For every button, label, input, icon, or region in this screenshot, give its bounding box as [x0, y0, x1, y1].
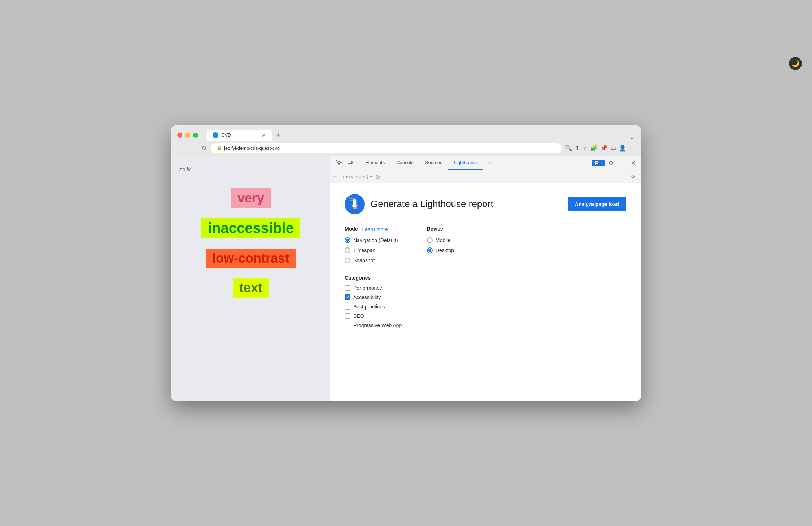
radio-snapshot-circle[interactable]: [345, 258, 350, 263]
checkbox-performance[interactable]: Performance: [345, 285, 626, 291]
mode-device-section: Mode Learn more Navigation (Default) Tim…: [345, 226, 626, 263]
checkbox-seo[interactable]: SEO: [345, 313, 626, 319]
menu-icon[interactable]: ⋮: [629, 145, 635, 152]
sidebar-icon[interactable]: ▭: [611, 145, 616, 152]
share-icon[interactable]: ⬆: [575, 145, 580, 152]
webpage-panel: jec.fyi very inaccessible low-contrast t…: [171, 156, 330, 401]
word-very: very: [231, 188, 271, 208]
tab-console[interactable]: Console: [390, 155, 419, 170]
tab-title: CVD: [221, 132, 231, 138]
lighthouse-header: Generate a Lighthouse report Analyze pag…: [345, 194, 626, 214]
browser-window: 🌐 CVD ✕ + ⌄ ← → ↻ 🔒 jec.fyi/demo/cds-que…: [171, 125, 641, 401]
checkbox-best-practices-label: Best practices: [353, 304, 385, 310]
checkbox-performance-box[interactable]: [345, 285, 350, 291]
tab-bar: 🌐 CVD ✕ + ⌄: [207, 130, 635, 141]
mode-label: Mode: [345, 226, 358, 232]
toolbar-settings-button[interactable]: ⚙: [628, 172, 638, 181]
learn-more-link[interactable]: Learn more: [362, 227, 388, 232]
radio-mobile-label: Mobile: [436, 237, 450, 243]
toolbar2-right: ⚙: [628, 172, 638, 181]
extensions-icon[interactable]: 🧩: [590, 145, 598, 152]
devtools-panel: Elements Console Sources Lighthouse » 💬 …: [330, 156, 641, 401]
address-bar-input[interactable]: 🔒 jec.fyi/demo/cds-quest-cvd: [211, 143, 562, 153]
pin-icon[interactable]: 📌: [601, 145, 608, 152]
checkbox-seo-label: SEO: [353, 313, 364, 319]
word-low-contrast: low-contrast: [206, 249, 296, 268]
back-button[interactable]: ←: [177, 144, 186, 152]
radio-mobile-circle[interactable]: [427, 237, 433, 243]
checkbox-pwa[interactable]: Progressive Web App: [345, 323, 626, 328]
checkmark-icon: ✓: [346, 295, 349, 299]
tab-more[interactable]: »: [483, 155, 497, 170]
tab-dropdown-button[interactable]: ⌄: [629, 133, 635, 141]
active-tab[interactable]: 🌐 CVD ✕: [207, 130, 272, 141]
device-toggle-button[interactable]: [345, 158, 356, 167]
radio-snapshot[interactable]: Snapshot: [345, 258, 398, 263]
radio-navigation-dot: [346, 239, 349, 242]
minimize-traffic-light[interactable]: [185, 133, 190, 138]
close-traffic-light[interactable]: [177, 133, 182, 138]
checkbox-pwa-box[interactable]: [345, 323, 350, 328]
devtools-right-actions: 💬 4 ⚙ ⋮ ✕: [592, 158, 638, 168]
word-very-block: very: [231, 188, 271, 208]
issues-icon: 💬: [594, 161, 599, 165]
issues-count: 4: [601, 161, 603, 165]
mode-title-row: Mode Learn more: [345, 226, 398, 233]
tab-lighthouse[interactable]: Lighthouse: [448, 155, 483, 170]
new-tab-button[interactable]: +: [273, 130, 283, 141]
dropdown-arrow-icon: ▾: [370, 174, 372, 179]
radio-timespan-label: Timespan: [353, 247, 375, 253]
word-text-block: text: [233, 278, 269, 298]
checkbox-best-practices[interactable]: Best practices: [345, 304, 626, 310]
settings-button[interactable]: ⚙: [606, 158, 616, 168]
lighthouse-title-area: Generate a Lighthouse report: [345, 194, 493, 214]
lighthouse-content: Generate a Lighthouse report Analyze pag…: [330, 183, 641, 401]
radio-navigation[interactable]: Navigation (Default): [345, 237, 398, 243]
checkbox-accessibility-box[interactable]: ✓: [345, 294, 350, 300]
inspect-element-button[interactable]: [333, 158, 345, 167]
url-display: jec.fyi/demo/cds-quest-cvd: [224, 145, 280, 151]
block-button[interactable]: ⊘: [375, 173, 380, 180]
checkbox-performance-label: Performance: [353, 285, 382, 291]
add-report-button[interactable]: +: [333, 173, 337, 180]
svg-point-9: [356, 204, 358, 206]
checkbox-accessibility-label: Accessibility: [353, 294, 381, 300]
checkbox-best-practices-box[interactable]: [345, 304, 350, 310]
checkbox-seo-box[interactable]: [345, 313, 350, 319]
lighthouse-logo: [345, 194, 365, 214]
radio-navigation-circle[interactable]: [345, 237, 350, 243]
tab-favicon: 🌐: [213, 132, 218, 138]
device-group: Device Mobile Desktop: [427, 226, 454, 263]
radio-desktop-dot: [428, 249, 431, 252]
tab-sources[interactable]: Sources: [419, 155, 448, 170]
issues-badge[interactable]: 💬 4: [592, 160, 605, 166]
lock-icon: 🔒: [217, 145, 222, 150]
mode-group: Mode Learn more Navigation (Default) Tim…: [345, 226, 398, 263]
radio-desktop[interactable]: Desktop: [427, 247, 454, 253]
more-options-button[interactable]: ⋮: [617, 158, 627, 168]
word-text: text: [233, 278, 269, 298]
checkbox-accessibility[interactable]: ✓ Accessibility: [345, 294, 626, 300]
address-bar: ← → ↻ 🔒 jec.fyi/demo/cds-quest-cvd 🔍 ⬆ ☆…: [171, 141, 641, 156]
title-bar: 🌐 CVD ✕ + ⌄: [171, 125, 641, 141]
checkbox-pwa-label: Progressive Web App: [353, 323, 402, 328]
radio-navigation-label: Navigation (Default): [353, 237, 398, 243]
svg-rect-0: [348, 161, 352, 164]
radio-desktop-circle[interactable]: [427, 247, 433, 253]
radio-timespan[interactable]: Timespan: [345, 247, 398, 253]
analyze-button[interactable]: Analyze page load: [568, 197, 626, 211]
maximize-traffic-light[interactable]: [193, 133, 198, 138]
refresh-button[interactable]: ↻: [200, 144, 208, 152]
profile-icon[interactable]: 👤: [619, 145, 626, 152]
radio-timespan-circle[interactable]: [345, 247, 350, 253]
report-placeholder: (new report): [343, 174, 368, 179]
forward-button[interactable]: →: [189, 144, 197, 152]
bookmark-icon[interactable]: ☆: [582, 145, 588, 152]
tab-elements[interactable]: Elements: [359, 155, 390, 170]
search-icon[interactable]: 🔍: [565, 145, 572, 152]
tab-close-button[interactable]: ✕: [262, 132, 266, 138]
radio-mobile[interactable]: Mobile: [427, 237, 454, 243]
close-devtools-button[interactable]: ✕: [629, 158, 638, 168]
report-dropdown[interactable]: (new report) ▾: [343, 174, 372, 179]
categories-section: Categories Performance ✓ Accessibility B…: [345, 275, 626, 328]
